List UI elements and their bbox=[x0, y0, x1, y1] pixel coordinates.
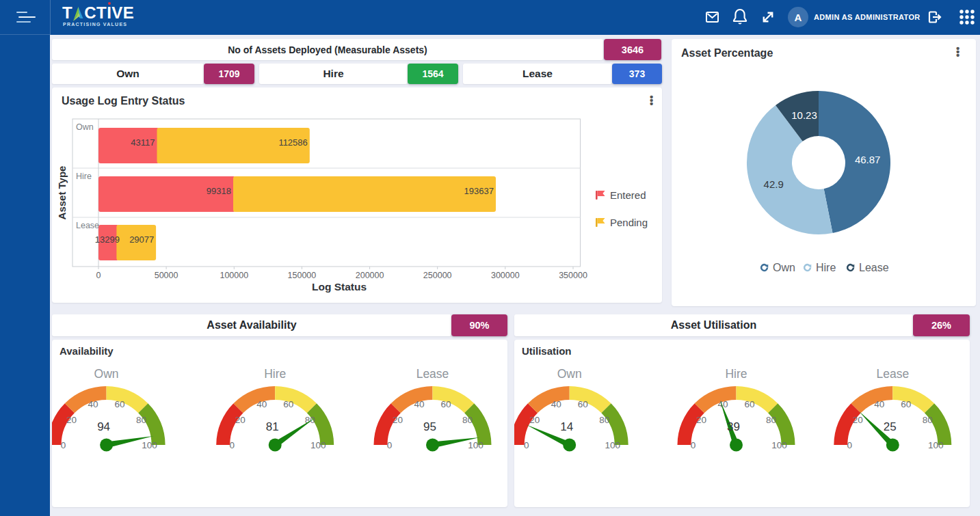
svg-text:Hire: Hire bbox=[816, 262, 836, 273]
svg-text:0: 0 bbox=[847, 440, 853, 450]
svg-text:13299: 13299 bbox=[95, 234, 120, 245]
svg-text:Own: Own bbox=[557, 367, 582, 381]
svg-text:100: 100 bbox=[468, 440, 484, 450]
svg-text:40: 40 bbox=[88, 399, 98, 409]
svg-text:40: 40 bbox=[256, 399, 267, 409]
svg-text:10.23: 10.23 bbox=[791, 109, 817, 121]
svg-text:100000: 100000 bbox=[220, 271, 248, 280]
svg-text:Pending: Pending bbox=[610, 217, 648, 228]
svg-text:40: 40 bbox=[874, 399, 884, 409]
svg-text:20: 20 bbox=[393, 415, 403, 425]
svg-text:80: 80 bbox=[923, 415, 933, 425]
svg-text:20: 20 bbox=[235, 415, 246, 425]
svg-text:60: 60 bbox=[440, 399, 451, 409]
svg-text:Lease: Lease bbox=[76, 221, 99, 230]
svg-text:94: 94 bbox=[97, 420, 110, 433]
svg-text:0: 0 bbox=[524, 440, 529, 450]
svg-text:Log Status: Log Status bbox=[312, 281, 367, 293]
svg-text:40: 40 bbox=[414, 399, 424, 409]
svg-text:100: 100 bbox=[771, 440, 787, 450]
svg-text:0: 0 bbox=[387, 440, 393, 450]
svg-text:60: 60 bbox=[115, 399, 125, 409]
svg-text:Hire: Hire bbox=[76, 172, 92, 181]
svg-text:20: 20 bbox=[529, 415, 540, 425]
svg-text:112586: 112586 bbox=[278, 137, 307, 148]
svg-text:80: 80 bbox=[766, 415, 776, 425]
svg-text:Own: Own bbox=[94, 367, 119, 381]
svg-text:Own: Own bbox=[76, 122, 94, 132]
svg-text:100: 100 bbox=[928, 440, 944, 450]
svg-text:300000: 300000 bbox=[491, 271, 520, 280]
svg-text:20: 20 bbox=[696, 415, 706, 425]
svg-text:80: 80 bbox=[599, 415, 609, 425]
svg-text:Hire: Hire bbox=[725, 367, 747, 381]
svg-text:46.87: 46.87 bbox=[855, 154, 881, 165]
svg-text:80: 80 bbox=[462, 415, 473, 425]
svg-text:100: 100 bbox=[605, 440, 620, 450]
svg-text:95: 95 bbox=[423, 420, 436, 433]
svg-text:39: 39 bbox=[727, 420, 740, 433]
svg-text:20: 20 bbox=[853, 415, 863, 425]
svg-text:Asset Type: Asset Type bbox=[56, 166, 68, 220]
svg-text:193637: 193637 bbox=[464, 186, 494, 196]
svg-text:40: 40 bbox=[551, 399, 561, 409]
svg-text:80: 80 bbox=[136, 415, 146, 425]
svg-text:25: 25 bbox=[884, 420, 897, 433]
svg-text:150000: 150000 bbox=[288, 271, 317, 280]
svg-text:0: 0 bbox=[96, 271, 101, 280]
svg-text:100: 100 bbox=[142, 440, 157, 450]
svg-text:60: 60 bbox=[901, 399, 911, 409]
svg-text:81: 81 bbox=[266, 420, 279, 433]
svg-text:60: 60 bbox=[744, 399, 754, 409]
svg-text:43117: 43117 bbox=[131, 137, 155, 148]
svg-text:Lease: Lease bbox=[876, 367, 909, 381]
svg-text:Hire: Hire bbox=[264, 367, 286, 381]
svg-text:350000: 350000 bbox=[559, 271, 587, 280]
svg-text:99318: 99318 bbox=[207, 186, 231, 196]
svg-text:50000: 50000 bbox=[155, 271, 178, 280]
svg-text:0: 0 bbox=[691, 440, 696, 450]
svg-text:0: 0 bbox=[229, 440, 235, 450]
svg-text:60: 60 bbox=[283, 399, 293, 409]
svg-text:Own: Own bbox=[773, 262, 795, 273]
svg-text:60: 60 bbox=[578, 399, 588, 409]
svg-text:14: 14 bbox=[560, 420, 573, 433]
svg-text:100: 100 bbox=[310, 440, 326, 450]
svg-text:29077: 29077 bbox=[129, 234, 154, 245]
svg-text:250000: 250000 bbox=[423, 271, 452, 280]
svg-text:Entered: Entered bbox=[610, 189, 646, 201]
svg-text:Lease: Lease bbox=[416, 367, 449, 381]
svg-text:0: 0 bbox=[61, 440, 66, 450]
svg-text:200000: 200000 bbox=[356, 271, 384, 280]
svg-text:20: 20 bbox=[66, 415, 77, 425]
svg-text:42.9: 42.9 bbox=[764, 178, 784, 190]
svg-text:Lease: Lease bbox=[859, 262, 889, 273]
